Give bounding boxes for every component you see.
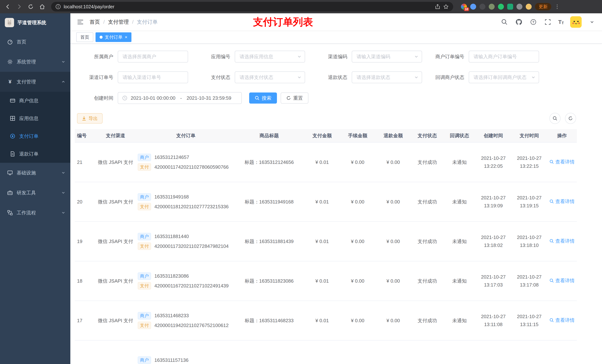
cell-id: 21	[75, 142, 93, 182]
export-button[interactable]: 导出	[77, 113, 103, 124]
channel-order-no-input[interactable]	[118, 71, 188, 83]
view-detail-link[interactable]: 查看详情	[549, 277, 575, 285]
app-no-select[interactable]: 请选择应用信息	[235, 51, 305, 62]
cell-fee: ¥ 0.00	[340, 301, 376, 340]
order-row: 20微信 JSAPI 支付商户1635311949168支付4200001181…	[75, 182, 577, 222]
cell-status: 支付成功	[411, 261, 443, 301]
chevron-down-icon	[62, 171, 65, 175]
avatar[interactable]	[570, 16, 582, 28]
cell-fee: ¥ 0.00	[340, 222, 376, 261]
cell-title: 标题：1635311949168	[234, 182, 304, 222]
cell-status: 支付成功	[411, 222, 443, 261]
cell-id: 20	[75, 182, 93, 222]
cell-notify: 未通知	[443, 261, 475, 301]
update-button[interactable]: 更新	[535, 3, 551, 10]
cell-pay-time	[511, 340, 547, 364]
pay-tag: 支付	[138, 242, 151, 250]
search-button[interactable]: 搜索	[249, 93, 277, 104]
search-icon[interactable]	[500, 18, 508, 26]
cell-refund: ¥ 0.00	[376, 261, 411, 301]
sidebar-item-pay-order[interactable]: 支付订单	[0, 127, 70, 145]
notify-status-select[interactable]: 请选择订单回调商户状态	[469, 71, 539, 83]
view-detail-link[interactable]: 查看详情	[549, 237, 575, 245]
cell-order-no: 商户1635311881440支付42000011732021102728479…	[138, 222, 234, 261]
share-icon[interactable]	[435, 4, 440, 10]
merchant-input[interactable]	[118, 51, 188, 62]
browser-menu-icon[interactable]: ⋮	[555, 4, 560, 9]
breadcrumb-home[interactable]: 首页	[90, 19, 100, 26]
search-form: 所属商户 应用编号 请选择应用信息 渠道编码 请输入渠道编码	[70, 44, 602, 113]
extensions-pin-icon[interactable]	[516, 4, 522, 10]
active-dot-icon	[100, 36, 103, 39]
breadcrumb: 首页 / 支付管理 / 支付订单	[90, 19, 158, 26]
merchant-tag: 商户	[138, 154, 151, 161]
view-detail-link[interactable]: 查看详情	[549, 316, 575, 324]
date-range-picker[interactable]: 2021-10-01 00:00:00 - 2021-10-31 23:59:5…	[118, 92, 242, 104]
forward-button[interactable]	[15, 3, 23, 11]
extension-icon[interactable]	[498, 4, 504, 10]
cell-notify	[443, 340, 475, 364]
pay-status-select[interactable]: 请选择支付状态	[235, 71, 305, 83]
sidebar-item-system[interactable]: 系统管理	[0, 52, 70, 72]
url-bar[interactable]: localhost:1024/pay/order	[51, 2, 453, 11]
fullscreen-icon[interactable]	[544, 18, 552, 26]
merchant-tag: 商户	[138, 356, 151, 364]
merchant-order-no: 1635311823086	[154, 272, 189, 280]
sidebar-item-app-info[interactable]: 应用信息	[0, 110, 70, 127]
reset-button[interactable]: 重置	[281, 93, 308, 104]
cell-action: 查看详情	[547, 261, 577, 301]
tab-home[interactable]: 首页	[76, 32, 93, 42]
extension-icon[interactable]	[507, 4, 513, 10]
sidebar-item-infra[interactable]: 基础设施	[0, 163, 70, 183]
tab-close-icon[interactable]: ×	[125, 35, 127, 39]
view-detail-link[interactable]: 查看详情	[549, 198, 575, 206]
github-icon[interactable]	[515, 18, 523, 26]
chevron-down-icon[interactable]	[588, 18, 596, 26]
cell-status: 支付成功	[411, 142, 443, 182]
extension-icon[interactable]: 10	[461, 4, 467, 10]
show-search-button[interactable]	[549, 113, 560, 124]
tab-pay-order[interactable]: 支付订单 ×	[96, 32, 131, 42]
cell-order-no: 商户1635312124657支付42000011742021102780605…	[138, 142, 234, 182]
extension-icon[interactable]	[470, 4, 476, 10]
pay-status-label: 支付状态	[194, 74, 235, 81]
cell-amount: ¥ 0.01	[304, 301, 340, 340]
refund-status-label: 退款状态	[311, 74, 352, 81]
sidebar-item-workflow[interactable]: 工作流程	[0, 203, 70, 223]
font-size-icon[interactable]: TT	[558, 19, 564, 25]
bookmark-star-icon[interactable]	[443, 4, 449, 10]
extension-icon[interactable]	[479, 4, 485, 10]
hamburger-icon[interactable]	[76, 18, 85, 26]
dashboard-icon	[7, 39, 13, 45]
extension-badge: 10	[464, 7, 469, 11]
sidebar-item-refund-order[interactable]: 退款订单	[0, 145, 70, 163]
chevron-down-icon	[531, 75, 535, 79]
column-header: 支付渠道	[93, 129, 138, 142]
url-text: localhost:1024/pay/order	[64, 4, 114, 10]
sidebar-item-devtools[interactable]: 研发工具	[0, 183, 70, 203]
refresh-table-button[interactable]	[565, 113, 576, 124]
refund-status-select[interactable]: 请选择退款状态	[352, 71, 422, 83]
sidebar-item-home[interactable]: 首页	[0, 32, 70, 52]
sidebar-item-merchant-info[interactable]: 商户信息	[0, 92, 70, 110]
pay-tag: 支付	[138, 282, 151, 290]
sidebar-menu: 首页 系统管理 ¥ 支付管理	[0, 32, 70, 223]
back-button[interactable]	[4, 3, 12, 11]
profile-icon[interactable]	[526, 4, 532, 10]
help-icon[interactable]: ?	[529, 18, 538, 26]
column-header: 操作	[547, 129, 577, 142]
merchant-order-no-input[interactable]	[469, 51, 539, 62]
channel-code-select[interactable]: 请输入渠道编码	[352, 51, 422, 62]
site-info-icon[interactable]	[55, 4, 61, 9]
refresh-button[interactable]	[27, 3, 35, 11]
sidebar-item-pay[interactable]: ¥ 支付管理	[0, 72, 70, 92]
cell-action	[547, 340, 577, 364]
view-detail-link[interactable]: 查看详情	[549, 158, 575, 166]
extension-icon[interactable]	[489, 4, 495, 10]
cell-title: 标题：1635311823086	[234, 261, 304, 301]
cell-create-time	[475, 340, 511, 364]
breadcrumb-pay[interactable]: 支付管理	[108, 19, 129, 26]
home-button[interactable]	[38, 3, 46, 11]
cell-fee: ¥ 0.00	[340, 182, 376, 222]
column-header: 编号	[75, 129, 93, 142]
